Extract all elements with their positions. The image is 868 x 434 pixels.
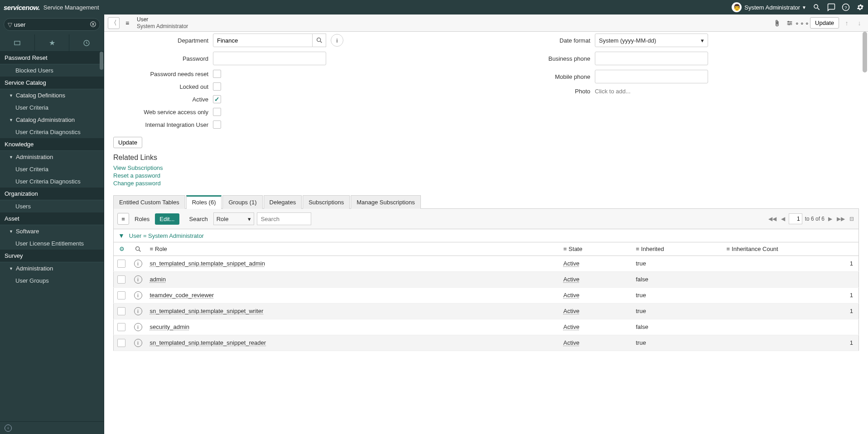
- row-info-icon[interactable]: i: [134, 307, 142, 315]
- nav-item[interactable]: ▼Administration: [0, 262, 104, 275]
- row-checkbox[interactable]: [117, 339, 125, 347]
- col-menu-icon[interactable]: ≡: [150, 246, 154, 252]
- nav-app[interactable]: Knowledge: [0, 138, 104, 151]
- role-link[interactable]: sn_templated_snip.template_snippet_reade…: [150, 339, 266, 346]
- user-menu[interactable]: 👨 System Administrator ▼: [732, 2, 806, 12]
- update-button[interactable]: Update: [810, 17, 839, 29]
- form-menu-icon[interactable]: ≡: [122, 17, 132, 29]
- nav-item[interactable]: Blocked Users: [0, 64, 104, 77]
- nav-app[interactable]: Password Reset: [0, 52, 104, 64]
- related-list-tab[interactable]: Delegates: [264, 195, 302, 209]
- active-checkbox[interactable]: [213, 95, 221, 103]
- related-link[interactable]: View Subscriptions: [113, 164, 859, 171]
- chat-icon[interactable]: [827, 3, 835, 11]
- row-info-icon[interactable]: i: [134, 275, 142, 284]
- content-scrollbar[interactable]: [863, 32, 867, 72]
- row-checkbox[interactable]: [117, 260, 125, 268]
- personalize-icon[interactable]: [785, 17, 795, 29]
- nav-item[interactable]: ▼Software: [0, 225, 104, 237]
- nav-collapse-icon[interactable]: ‹: [5, 424, 12, 432]
- row-checkbox[interactable]: [117, 307, 125, 315]
- related-list-tab[interactable]: Manage Subscriptions: [351, 195, 421, 209]
- prev-record-icon[interactable]: ↑: [842, 17, 852, 29]
- nav-item[interactable]: ▼Catalog Definitions: [0, 89, 104, 101]
- row-info-icon[interactable]: i: [134, 260, 142, 268]
- nav-item[interactable]: User Criteria Diagnostics: [0, 175, 104, 188]
- row-info-icon[interactable]: i: [134, 323, 142, 331]
- help-icon[interactable]: ?: [842, 3, 850, 11]
- personalize-list-icon[interactable]: ⚙: [119, 246, 125, 252]
- list-menu-icon[interactable]: ≡: [117, 213, 129, 225]
- row-info-icon[interactable]: i: [134, 339, 142, 347]
- locked-checkbox[interactable]: [213, 82, 221, 91]
- col-inhcount[interactable]: Inheritance Count: [732, 246, 778, 252]
- row-checkbox[interactable]: [117, 275, 125, 284]
- next-page-icon[interactable]: ▶: [827, 216, 833, 222]
- next-record-icon[interactable]: ↓: [854, 17, 864, 29]
- nav-item[interactable]: ▼Catalog Administration: [0, 114, 104, 126]
- nav-filter-input[interactable]: [12, 21, 90, 28]
- password-input[interactable]: [213, 52, 326, 65]
- row-checkbox[interactable]: [117, 323, 125, 331]
- global-search-icon[interactable]: [813, 3, 821, 11]
- last-page-icon[interactable]: ▶▶: [836, 216, 846, 222]
- role-link[interactable]: sn_templated_snip.template_snippet_admin: [150, 260, 265, 267]
- nav-tab-all[interactable]: [0, 34, 35, 51]
- role-link[interactable]: teamdev_code_reviewer: [150, 292, 214, 299]
- col-state[interactable]: State: [569, 246, 582, 252]
- col-menu-icon[interactable]: ≡: [727, 246, 730, 252]
- col-inherited[interactable]: Inherited: [641, 246, 664, 252]
- state-link[interactable]: Active: [564, 260, 579, 267]
- photo-add-link[interactable]: Click to add...: [595, 88, 631, 95]
- first-page-icon[interactable]: ◀◀: [767, 216, 777, 222]
- related-list-tab[interactable]: Subscriptions: [303, 195, 350, 209]
- edit-button[interactable]: Edit...: [155, 213, 179, 225]
- related-list-tab[interactable]: Groups (1): [222, 195, 262, 209]
- nav-body[interactable]: Password ResetBlocked UsersService Catal…: [0, 52, 104, 421]
- search-field-select[interactable]: Role▾: [213, 212, 254, 225]
- col-menu-icon[interactable]: ≡: [636, 246, 640, 252]
- mphone-input[interactable]: [595, 70, 708, 83]
- nav-filter[interactable]: ▽ ⓧ: [4, 18, 100, 31]
- list-collapse-icon[interactable]: ⊟: [849, 216, 855, 222]
- row-checkbox[interactable]: [117, 291, 125, 299]
- role-link[interactable]: sn_templated_snip.template_snippet_write…: [150, 308, 264, 314]
- department-lookup-icon[interactable]: [313, 34, 326, 47]
- filter-funnel-icon[interactable]: ▼: [118, 232, 125, 239]
- attachment-icon[interactable]: [772, 17, 782, 29]
- nav-tab-favorites[interactable]: ★: [35, 34, 70, 51]
- page-current-input[interactable]: [789, 213, 802, 224]
- more-actions-icon[interactable]: ∘∘∘: [797, 17, 807, 29]
- search-column-icon[interactable]: [135, 245, 142, 252]
- nav-item[interactable]: Users: [0, 200, 104, 212]
- state-link[interactable]: Active: [564, 323, 579, 330]
- nav-app[interactable]: Survey: [0, 250, 104, 262]
- clear-filter-icon[interactable]: ⓧ: [90, 20, 96, 29]
- nav-app[interactable]: Service Catalog: [0, 77, 104, 89]
- nav-item[interactable]: ▼Administration: [0, 151, 104, 163]
- nav-app[interactable]: Organization: [0, 188, 104, 200]
- nav-tab-history[interactable]: [69, 34, 104, 51]
- department-input[interactable]: [213, 34, 313, 47]
- breadcrumb[interactable]: User = System Administrator: [129, 232, 204, 239]
- needs-reset-checkbox[interactable]: [213, 70, 221, 78]
- related-list-tab[interactable]: Roles (6): [186, 195, 222, 209]
- role-link[interactable]: security_admin: [150, 323, 189, 330]
- related-link[interactable]: Change password: [113, 180, 859, 187]
- nav-app[interactable]: Asset: [0, 212, 104, 225]
- bphone-input[interactable]: [595, 52, 708, 65]
- nav-item[interactable]: User Criteria: [0, 163, 104, 175]
- related-list-tab[interactable]: Entitled Custom Tables: [113, 195, 185, 209]
- nav-scrollbar[interactable]: [100, 52, 103, 70]
- col-menu-icon[interactable]: ≡: [564, 246, 567, 252]
- nav-item[interactable]: User Criteria: [0, 101, 104, 114]
- gear-icon[interactable]: [856, 3, 864, 11]
- iiu-checkbox[interactable]: [213, 121, 221, 129]
- nav-item[interactable]: User License Entitlements: [0, 237, 104, 250]
- date-format-select[interactable]: System (yyyy-MM-dd)▾: [595, 34, 708, 47]
- department-info-icon[interactable]: i: [331, 34, 343, 47]
- back-button[interactable]: 〈: [108, 17, 120, 29]
- state-link[interactable]: Active: [564, 292, 579, 299]
- ws-checkbox[interactable]: [213, 108, 221, 116]
- state-link[interactable]: Active: [564, 339, 579, 346]
